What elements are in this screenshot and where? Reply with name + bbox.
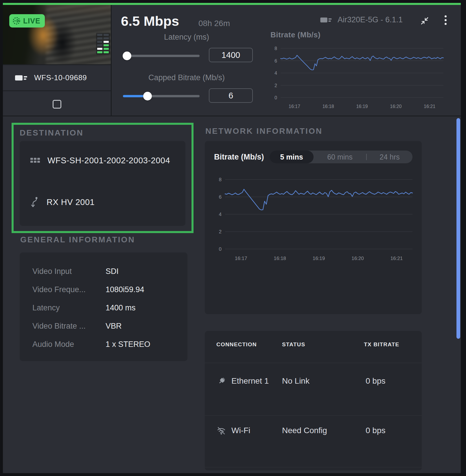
time-range-tabs: 5 mins 60 mins 24 hrs bbox=[270, 151, 412, 163]
svg-text:6: 6 bbox=[219, 194, 222, 200]
svg-text:4: 4 bbox=[219, 212, 222, 217]
destination-title: DESTINATION bbox=[20, 128, 84, 138]
destination-section: DESTINATION WFS-SH-2001-2002-2003-2004 R… bbox=[12, 123, 194, 233]
svg-text:2: 2 bbox=[219, 229, 222, 235]
svg-text:8: 8 bbox=[275, 46, 277, 51]
connection-name: Ethernet 1 bbox=[231, 376, 269, 386]
svg-text:16:18: 16:18 bbox=[323, 104, 334, 109]
tab-5-mins[interactable]: 5 mins bbox=[270, 151, 314, 163]
current-bitrate: 6.5 Mbps bbox=[121, 13, 179, 29]
info-value: SDI bbox=[106, 267, 119, 276]
general-info-title: GENERAL INFORMATION bbox=[20, 235, 135, 244]
mini-bitrate-chart: 0246816:1716:1816:1916:2016:21 bbox=[268, 42, 447, 115]
device-select-row bbox=[3, 90, 111, 116]
select-checkbox[interactable] bbox=[53, 100, 61, 109]
connection-name: Wi-Fi bbox=[231, 426, 250, 435]
channel-grid-icon bbox=[30, 158, 40, 163]
svg-text:16:21: 16:21 bbox=[424, 104, 435, 109]
connections-table: CONNECTION STATUS TX BITRATE Ethernet 1 … bbox=[205, 331, 422, 470]
kebab-menu-icon[interactable] bbox=[444, 15, 447, 27]
svg-text:6: 6 bbox=[275, 58, 277, 63]
info-label: Video Freque... bbox=[32, 285, 86, 294]
device-model: Air320E-5G - 6.1.1 bbox=[338, 15, 403, 24]
svg-text:16:21: 16:21 bbox=[391, 256, 403, 261]
device-tile: LIVE WFS-10-09689 bbox=[3, 5, 112, 116]
header-section: LIVE WFS-10-09689 bbox=[3, 5, 461, 116]
latency-label: Latency (ms) bbox=[121, 33, 252, 42]
latency-input[interactable] bbox=[209, 48, 253, 62]
network-chart-label: Bitrate (Mb/s) bbox=[214, 153, 264, 162]
collapse-icon[interactable] bbox=[420, 17, 429, 25]
latency-slider-thumb[interactable] bbox=[123, 52, 131, 60]
svg-text:16:17: 16:17 bbox=[235, 256, 247, 261]
info-label: Video Bitrate ... bbox=[32, 322, 86, 331]
info-label: Audio Mode bbox=[32, 340, 74, 349]
camera-icon bbox=[14, 74, 28, 82]
capped-bitrate-slider-thumb[interactable] bbox=[143, 92, 152, 100]
connection-status: Need Config bbox=[282, 426, 327, 435]
network-info-card: Bitrate (Mb/s) 5 mins 60 mins 24 hrs 024… bbox=[205, 141, 422, 314]
col-header-connection: CONNECTION bbox=[216, 341, 257, 348]
video-thumbnail[interactable]: LIVE bbox=[3, 5, 111, 64]
svg-text:2: 2 bbox=[275, 83, 277, 88]
col-header-status: STATUS bbox=[282, 341, 305, 348]
info-value: 1 x STEREO bbox=[106, 340, 150, 349]
destination-receiver: RX HV 2001 bbox=[47, 195, 95, 209]
svg-text:4: 4 bbox=[275, 71, 277, 76]
device-detail-panel: LIVE WFS-10-09689 bbox=[3, 3, 461, 473]
connection-tx-bitrate: 0 bps bbox=[366, 376, 386, 386]
device-name: WFS-10-09689 bbox=[34, 73, 87, 82]
stream-uptime: 08h 26m bbox=[198, 19, 230, 28]
svg-text:16:20: 16:20 bbox=[351, 256, 364, 261]
live-badge: LIVE bbox=[9, 14, 45, 28]
row-divider bbox=[205, 467, 422, 467]
info-value: 1400 ms bbox=[106, 303, 136, 312]
info-row: Video Input SDI bbox=[20, 263, 187, 281]
device-model-row: Air320E-5G - 6.1.1 bbox=[320, 15, 415, 24]
info-row: Latency 1400 ms bbox=[20, 299, 187, 318]
capped-bitrate-slider[interactable] bbox=[123, 95, 200, 97]
svg-text:8: 8 bbox=[219, 177, 222, 182]
info-label: Video Input bbox=[32, 267, 72, 276]
destination-channel: WFS-SH-2001-2002-2003-2004 bbox=[47, 154, 170, 167]
live-badge-label: LIVE bbox=[23, 17, 40, 25]
capped-bitrate-label: Capped Bitrate (Mb/s) bbox=[121, 73, 252, 82]
destination-card: WFS-SH-2001-2002-2003-2004 RX HV 2001 bbox=[20, 141, 185, 226]
connection-tx-bitrate: 0 bps bbox=[366, 426, 386, 435]
latency-slider[interactable] bbox=[124, 55, 200, 57]
live-icon bbox=[12, 17, 21, 25]
network-bitrate-chart: 0246816:1716:1816:1916:2016:21 bbox=[210, 169, 417, 267]
tab-24-hrs[interactable]: 24 hrs bbox=[367, 153, 412, 161]
col-header-tx-bitrate: TX BITRATE bbox=[364, 341, 399, 348]
row-divider bbox=[205, 363, 422, 363]
ethernet-icon bbox=[216, 376, 226, 386]
network-info-title: NETWORK INFORMATION bbox=[205, 127, 323, 136]
svg-text:0: 0 bbox=[275, 95, 277, 100]
mini-chart-title: Bitrate (Mb/s) bbox=[270, 30, 321, 39]
svg-text:16:18: 16:18 bbox=[274, 256, 286, 261]
info-row: Video Freque... 1080i59.94 bbox=[20, 281, 187, 299]
svg-text:16:19: 16:19 bbox=[356, 104, 368, 109]
info-row: Video Bitrate ... VBR bbox=[20, 318, 187, 336]
camera-icon-gray bbox=[320, 16, 332, 24]
wifi-off-icon bbox=[216, 426, 226, 436]
destination-receiver-row: RX HV 2001 bbox=[30, 195, 95, 209]
info-row: Audio Mode 1 x STEREO bbox=[20, 336, 187, 354]
device-name-row: WFS-10-09689 bbox=[3, 64, 111, 90]
svg-text:0: 0 bbox=[219, 246, 222, 252]
info-label: Latency bbox=[32, 303, 60, 312]
svg-text:16:17: 16:17 bbox=[289, 104, 300, 109]
capped-bitrate-input[interactable] bbox=[209, 88, 253, 103]
svg-text:16:19: 16:19 bbox=[313, 256, 325, 261]
scrollbar-thumb[interactable] bbox=[456, 118, 460, 339]
route-icon bbox=[30, 197, 39, 209]
general-info-card: Video Input SDI Video Freque... 1080i59.… bbox=[20, 252, 187, 361]
connection-status: No Link bbox=[282, 376, 310, 386]
info-value: 1080i59.94 bbox=[106, 285, 144, 294]
row-divider bbox=[205, 415, 422, 416]
destination-channel-row: WFS-SH-2001-2002-2003-2004 bbox=[30, 154, 175, 167]
active-status-bar bbox=[3, 3, 461, 5]
tab-60-mins[interactable]: 60 mins bbox=[314, 153, 366, 161]
video-preview-frame bbox=[3, 5, 111, 64]
signal-meter-icon bbox=[96, 33, 110, 54]
